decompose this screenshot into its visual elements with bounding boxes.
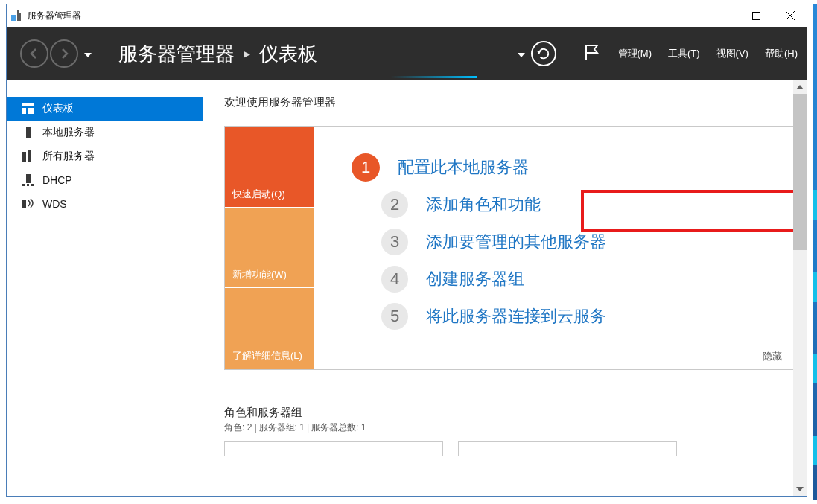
task-number-5: 5 <box>381 303 408 330</box>
nav-dropdown-icon[interactable] <box>84 47 92 60</box>
desktop-edge <box>813 4 817 497</box>
breadcrumb-separator-icon: ▸ <box>244 45 250 62</box>
window-controls <box>706 4 807 27</box>
welcome-box: 快速启动(Q) 新增功能(W) 了解详细信息(L) 1 配置此本地服务器 2 添… <box>224 126 798 370</box>
scrollbar[interactable] <box>793 80 807 496</box>
learnmore-block[interactable]: 了解详细信息(L) <box>225 288 314 369</box>
svg-rect-20 <box>27 184 29 186</box>
sidebar-item-dhcp[interactable]: DHCP <box>7 168 203 192</box>
svg-rect-0 <box>11 15 16 21</box>
tasks-list: 1 配置此本地服务器 2 添加角色和功能 3 添加要管理的其他服务器 4 创建服… <box>314 127 782 369</box>
sidebar-item-wds[interactable]: WDS <box>7 192 203 216</box>
titlebar-title: 服务器管理器 <box>28 10 706 22</box>
svg-rect-12 <box>22 103 34 106</box>
svg-rect-4 <box>753 12 760 19</box>
svg-rect-14 <box>28 108 34 114</box>
svg-marker-24 <box>796 487 804 491</box>
svg-rect-21 <box>31 184 34 186</box>
svg-rect-1 <box>17 10 19 21</box>
menu-tools[interactable]: 工具(T) <box>668 47 700 60</box>
svg-rect-22 <box>22 200 26 208</box>
svg-marker-11 <box>586 45 597 53</box>
dropdown-caret-icon[interactable] <box>518 47 525 60</box>
svg-marker-23 <box>796 85 804 89</box>
menu-view[interactable]: 视图(V) <box>716 47 748 60</box>
sidebar-item-label: WDS <box>42 198 67 210</box>
notifications-flag-icon[interactable] <box>584 43 599 64</box>
sidebar-item-local-server[interactable]: 本地服务器 <box>7 121 203 144</box>
svg-rect-13 <box>22 108 26 114</box>
task-link-connect-cloud[interactable]: 将此服务器连接到云服务 <box>426 305 606 328</box>
topbar-actions: 管理(M) 工具(T) 视图(V) 帮助(H) <box>518 41 798 66</box>
task-number-4: 4 <box>381 266 408 293</box>
task-link-create-group[interactable]: 创建服务器组 <box>426 268 524 290</box>
refresh-button[interactable] <box>531 41 556 66</box>
whatsnew-block[interactable]: 新增功能(W) <box>225 208 314 289</box>
divider <box>570 43 570 64</box>
svg-marker-9 <box>537 51 541 54</box>
dashboard-icon <box>22 103 35 115</box>
sidebar-item-label: 本地服务器 <box>42 126 95 139</box>
content: 欢迎使用服务器管理器 快速启动(Q) 新增功能(W) 了解详细信息(L) 1 配… <box>203 80 807 496</box>
nav-forward-button[interactable] <box>50 39 78 68</box>
breadcrumb-page: 仪表板 <box>259 41 317 67</box>
close-button[interactable] <box>773 4 807 27</box>
task-row-3: 3 添加要管理的其他服务器 <box>352 223 782 261</box>
menu-bar: 管理(M) 工具(T) 视图(V) 帮助(H) <box>618 47 798 60</box>
task-row-1: 1 配置此本地服务器 <box>352 149 782 186</box>
nav-arrows <box>20 39 98 68</box>
scroll-up-button[interactable] <box>793 80 807 94</box>
dhcp-icon <box>22 174 35 186</box>
svg-rect-15 <box>26 127 31 138</box>
svg-rect-18 <box>26 174 31 183</box>
sidebar-item-label: DHCP <box>42 174 72 186</box>
roles-title: 角色和服务器组 <box>224 406 798 420</box>
scroll-down-button[interactable] <box>793 482 807 496</box>
roles-section: 角色和服务器组 角色: 2|服务器组: 1|服务器总数: 1 <box>224 406 798 456</box>
titlebar: 服务器管理器 <box>7 4 807 27</box>
role-box[interactable] <box>458 441 677 456</box>
scroll-thumb[interactable] <box>793 94 807 250</box>
svg-rect-2 <box>19 13 21 21</box>
quickstart-block[interactable]: 快速启动(Q) <box>225 127 314 208</box>
app-icon <box>11 10 23 21</box>
svg-rect-17 <box>28 150 31 162</box>
task-row-2: 2 添加角色和功能 <box>352 186 782 223</box>
task-link-add-roles[interactable]: 添加角色和功能 <box>426 194 541 216</box>
menu-manage[interactable]: 管理(M) <box>618 47 652 60</box>
breadcrumb-root[interactable]: 服务器管理器 <box>118 41 235 67</box>
maximize-button[interactable] <box>740 4 773 27</box>
task-number-2: 2 <box>381 191 408 218</box>
task-number-3: 3 <box>381 229 408 255</box>
sidebar-item-dashboard[interactable]: 仪表板 <box>7 97 203 121</box>
hide-link[interactable]: 隐藏 <box>763 350 782 363</box>
task-row-5: 5 将此服务器连接到云服务 <box>352 298 782 335</box>
server-icon <box>22 127 35 138</box>
app-window: 服务器管理器 服务器管理器 ▸ 仪表板 管理(M) 工具(T) <box>6 4 807 497</box>
svg-rect-19 <box>22 184 25 186</box>
task-link-add-servers[interactable]: 添加要管理的其他服务器 <box>426 231 606 253</box>
wds-icon <box>22 198 35 210</box>
servers-icon <box>22 150 35 162</box>
svg-marker-8 <box>518 53 525 57</box>
sidebar: 仪表板 本地服务器 所有服务器 DHCP WDS <box>7 80 203 496</box>
welcome-left-blocks: 快速启动(Q) 新增功能(W) 了解详细信息(L) <box>225 127 314 369</box>
task-row-4: 4 创建服务器组 <box>352 261 782 298</box>
progress-underline <box>391 76 477 78</box>
sidebar-item-label: 所有服务器 <box>42 150 95 163</box>
task-link-configure-local[interactable]: 配置此本地服务器 <box>398 156 529 179</box>
main: 仪表板 本地服务器 所有服务器 DHCP WDS 欢迎使用服务器管理器 <box>7 80 807 496</box>
topbar: 服务器管理器 ▸ 仪表板 管理(M) 工具(T) 视图(V) 帮助(H) <box>7 27 807 80</box>
refresh-icon <box>537 47 550 60</box>
task-number-1: 1 <box>352 153 380 182</box>
svg-rect-16 <box>22 152 26 162</box>
menu-help[interactable]: 帮助(H) <box>765 47 798 60</box>
svg-marker-7 <box>84 53 92 57</box>
sidebar-item-label: 仪表板 <box>42 102 74 115</box>
sidebar-item-all-servers[interactable]: 所有服务器 <box>7 144 203 168</box>
roles-boxes <box>224 441 798 456</box>
minimize-button[interactable] <box>706 4 740 27</box>
nav-back-button[interactable] <box>20 39 48 68</box>
role-box[interactable] <box>224 441 443 456</box>
welcome-title: 欢迎使用服务器管理器 <box>224 95 798 109</box>
